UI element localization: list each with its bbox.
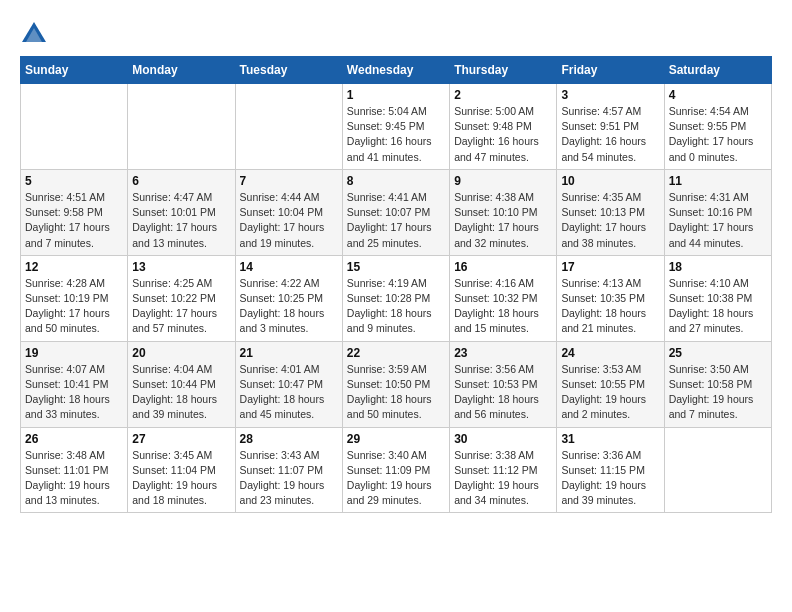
logo — [20, 20, 52, 48]
day-info: Sunrise: 4:04 AM Sunset: 10:44 PM Daylig… — [132, 362, 230, 423]
day-info: Sunrise: 4:47 AM Sunset: 10:01 PM Daylig… — [132, 190, 230, 251]
day-number: 1 — [347, 88, 445, 102]
day-info: Sunrise: 3:48 AM Sunset: 11:01 PM Daylig… — [25, 448, 123, 509]
calendar-table: SundayMondayTuesdayWednesdayThursdayFrid… — [20, 56, 772, 513]
logo-icon — [20, 20, 48, 48]
calendar-cell: 12Sunrise: 4:28 AM Sunset: 10:19 PM Dayl… — [21, 255, 128, 341]
day-number: 7 — [240, 174, 338, 188]
calendar-cell: 1Sunrise: 5:04 AM Sunset: 9:45 PM Daylig… — [342, 84, 449, 170]
day-info: Sunrise: 3:43 AM Sunset: 11:07 PM Daylig… — [240, 448, 338, 509]
day-info: Sunrise: 4:16 AM Sunset: 10:32 PM Daylig… — [454, 276, 552, 337]
day-number: 8 — [347, 174, 445, 188]
day-number: 16 — [454, 260, 552, 274]
day-number: 23 — [454, 346, 552, 360]
calendar-cell — [235, 84, 342, 170]
day-number: 30 — [454, 432, 552, 446]
calendar-cell: 15Sunrise: 4:19 AM Sunset: 10:28 PM Dayl… — [342, 255, 449, 341]
calendar-cell — [664, 427, 771, 513]
day-number: 27 — [132, 432, 230, 446]
day-number: 20 — [132, 346, 230, 360]
day-info: Sunrise: 3:53 AM Sunset: 10:55 PM Daylig… — [561, 362, 659, 423]
day-number: 13 — [132, 260, 230, 274]
weekday-header: Wednesday — [342, 57, 449, 84]
day-info: Sunrise: 3:56 AM Sunset: 10:53 PM Daylig… — [454, 362, 552, 423]
day-number: 15 — [347, 260, 445, 274]
day-info: Sunrise: 5:00 AM Sunset: 9:48 PM Dayligh… — [454, 104, 552, 165]
calendar-week-row: 1Sunrise: 5:04 AM Sunset: 9:45 PM Daylig… — [21, 84, 772, 170]
day-info: Sunrise: 4:41 AM Sunset: 10:07 PM Daylig… — [347, 190, 445, 251]
day-info: Sunrise: 4:13 AM Sunset: 10:35 PM Daylig… — [561, 276, 659, 337]
calendar-cell: 29Sunrise: 3:40 AM Sunset: 11:09 PM Dayl… — [342, 427, 449, 513]
calendar-cell: 27Sunrise: 3:45 AM Sunset: 11:04 PM Dayl… — [128, 427, 235, 513]
day-number: 6 — [132, 174, 230, 188]
day-number: 22 — [347, 346, 445, 360]
weekday-header-row: SundayMondayTuesdayWednesdayThursdayFrid… — [21, 57, 772, 84]
day-number: 21 — [240, 346, 338, 360]
calendar-cell: 30Sunrise: 3:38 AM Sunset: 11:12 PM Dayl… — [450, 427, 557, 513]
weekday-header: Saturday — [664, 57, 771, 84]
calendar-cell — [21, 84, 128, 170]
day-info: Sunrise: 3:45 AM Sunset: 11:04 PM Daylig… — [132, 448, 230, 509]
day-number: 29 — [347, 432, 445, 446]
calendar-cell: 13Sunrise: 4:25 AM Sunset: 10:22 PM Dayl… — [128, 255, 235, 341]
day-number: 14 — [240, 260, 338, 274]
day-info: Sunrise: 4:57 AM Sunset: 9:51 PM Dayligh… — [561, 104, 659, 165]
calendar-week-row: 12Sunrise: 4:28 AM Sunset: 10:19 PM Dayl… — [21, 255, 772, 341]
day-info: Sunrise: 4:38 AM Sunset: 10:10 PM Daylig… — [454, 190, 552, 251]
day-number: 19 — [25, 346, 123, 360]
calendar-week-row: 19Sunrise: 4:07 AM Sunset: 10:41 PM Dayl… — [21, 341, 772, 427]
day-number: 3 — [561, 88, 659, 102]
calendar-week-row: 5Sunrise: 4:51 AM Sunset: 9:58 PM Daylig… — [21, 169, 772, 255]
day-info: Sunrise: 4:35 AM Sunset: 10:13 PM Daylig… — [561, 190, 659, 251]
day-info: Sunrise: 4:22 AM Sunset: 10:25 PM Daylig… — [240, 276, 338, 337]
calendar-cell: 18Sunrise: 4:10 AM Sunset: 10:38 PM Dayl… — [664, 255, 771, 341]
day-info: Sunrise: 4:01 AM Sunset: 10:47 PM Daylig… — [240, 362, 338, 423]
calendar-cell: 6Sunrise: 4:47 AM Sunset: 10:01 PM Dayli… — [128, 169, 235, 255]
day-info: Sunrise: 4:44 AM Sunset: 10:04 PM Daylig… — [240, 190, 338, 251]
day-number: 28 — [240, 432, 338, 446]
day-info: Sunrise: 4:54 AM Sunset: 9:55 PM Dayligh… — [669, 104, 767, 165]
day-info: Sunrise: 4:28 AM Sunset: 10:19 PM Daylig… — [25, 276, 123, 337]
calendar-cell: 16Sunrise: 4:16 AM Sunset: 10:32 PM Dayl… — [450, 255, 557, 341]
calendar-cell: 8Sunrise: 4:41 AM Sunset: 10:07 PM Dayli… — [342, 169, 449, 255]
day-number: 24 — [561, 346, 659, 360]
day-info: Sunrise: 4:51 AM Sunset: 9:58 PM Dayligh… — [25, 190, 123, 251]
day-number: 17 — [561, 260, 659, 274]
day-number: 2 — [454, 88, 552, 102]
day-number: 5 — [25, 174, 123, 188]
calendar-cell: 26Sunrise: 3:48 AM Sunset: 11:01 PM Dayl… — [21, 427, 128, 513]
weekday-header: Tuesday — [235, 57, 342, 84]
calendar-cell: 7Sunrise: 4:44 AM Sunset: 10:04 PM Dayli… — [235, 169, 342, 255]
calendar-cell: 4Sunrise: 4:54 AM Sunset: 9:55 PM Daylig… — [664, 84, 771, 170]
calendar-cell: 2Sunrise: 5:00 AM Sunset: 9:48 PM Daylig… — [450, 84, 557, 170]
calendar-cell: 17Sunrise: 4:13 AM Sunset: 10:35 PM Dayl… — [557, 255, 664, 341]
weekday-header: Sunday — [21, 57, 128, 84]
day-number: 11 — [669, 174, 767, 188]
day-number: 10 — [561, 174, 659, 188]
page-header — [20, 20, 772, 48]
day-info: Sunrise: 3:40 AM Sunset: 11:09 PM Daylig… — [347, 448, 445, 509]
day-number: 12 — [25, 260, 123, 274]
day-info: Sunrise: 3:50 AM Sunset: 10:58 PM Daylig… — [669, 362, 767, 423]
calendar-cell: 22Sunrise: 3:59 AM Sunset: 10:50 PM Dayl… — [342, 341, 449, 427]
day-number: 25 — [669, 346, 767, 360]
calendar-cell: 10Sunrise: 4:35 AM Sunset: 10:13 PM Dayl… — [557, 169, 664, 255]
day-number: 4 — [669, 88, 767, 102]
day-number: 31 — [561, 432, 659, 446]
day-info: Sunrise: 4:31 AM Sunset: 10:16 PM Daylig… — [669, 190, 767, 251]
calendar-cell: 20Sunrise: 4:04 AM Sunset: 10:44 PM Dayl… — [128, 341, 235, 427]
calendar-week-row: 26Sunrise: 3:48 AM Sunset: 11:01 PM Dayl… — [21, 427, 772, 513]
day-info: Sunrise: 4:25 AM Sunset: 10:22 PM Daylig… — [132, 276, 230, 337]
day-info: Sunrise: 5:04 AM Sunset: 9:45 PM Dayligh… — [347, 104, 445, 165]
weekday-header: Friday — [557, 57, 664, 84]
calendar-cell — [128, 84, 235, 170]
calendar-cell: 9Sunrise: 4:38 AM Sunset: 10:10 PM Dayli… — [450, 169, 557, 255]
day-info: Sunrise: 4:07 AM Sunset: 10:41 PM Daylig… — [25, 362, 123, 423]
day-info: Sunrise: 3:36 AM Sunset: 11:15 PM Daylig… — [561, 448, 659, 509]
day-info: Sunrise: 4:19 AM Sunset: 10:28 PM Daylig… — [347, 276, 445, 337]
day-number: 26 — [25, 432, 123, 446]
calendar-cell: 19Sunrise: 4:07 AM Sunset: 10:41 PM Dayl… — [21, 341, 128, 427]
calendar-cell: 21Sunrise: 4:01 AM Sunset: 10:47 PM Dayl… — [235, 341, 342, 427]
day-info: Sunrise: 3:38 AM Sunset: 11:12 PM Daylig… — [454, 448, 552, 509]
calendar-cell: 24Sunrise: 3:53 AM Sunset: 10:55 PM Dayl… — [557, 341, 664, 427]
